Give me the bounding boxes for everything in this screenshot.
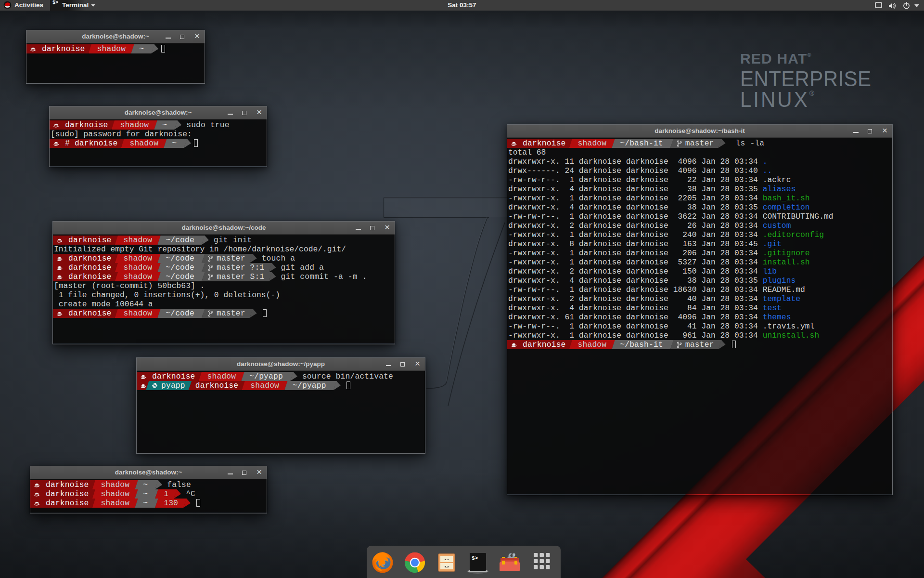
svg-text:$>: $>: [472, 555, 478, 561]
